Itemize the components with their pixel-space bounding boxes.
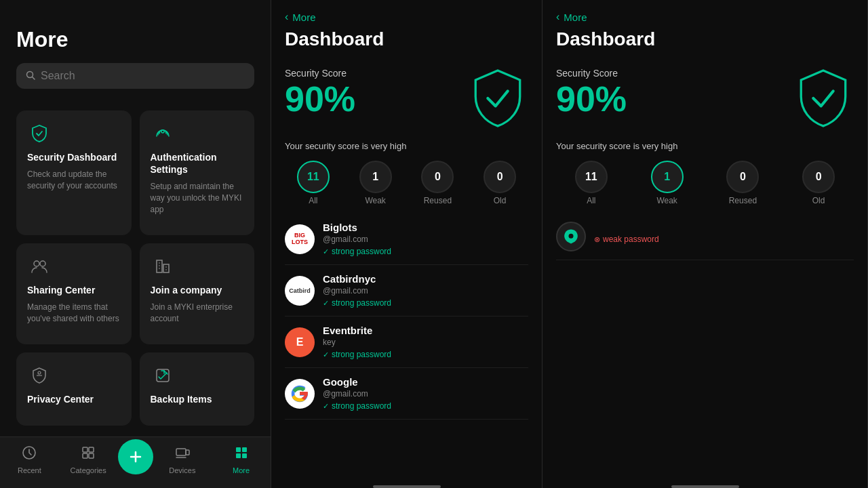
tab-old-2[interactable]: 0 Old [783, 161, 854, 205]
home-indicator-1 [373, 485, 441, 488]
avatar-myki [556, 222, 586, 251]
avatar-catbird: Catbird [285, 276, 315, 306]
sharing-center-title: Sharing Center [27, 284, 121, 296]
chevron-left-icon-2: ‹ [556, 11, 559, 23]
google-info: Google @gmail.com ✓ strong password [323, 376, 391, 411]
auth-settings-card[interactable]: Authentication Settings Setup and mainta… [140, 110, 255, 235]
biglots-status-text: strong password [332, 247, 391, 256]
nav-devices-label: Devices [169, 466, 195, 474]
tab-all-label-2: All [587, 196, 595, 205]
score-value-1: 90% [285, 81, 355, 117]
tab-all-circle-2: 11 [575, 161, 608, 193]
svg-rect-5 [157, 260, 162, 272]
score-value-2: 90% [556, 81, 627, 117]
privacy-center-title: Privacy Center [27, 393, 121, 405]
shield-check-icon [27, 121, 52, 146]
score-tagline-1: Your security score is very high [271, 136, 542, 161]
shield-score-icon-1 [467, 68, 528, 129]
score-label-2: Security Score [556, 68, 627, 79]
tab-old-label-1: Old [494, 196, 507, 205]
svg-point-3 [34, 261, 39, 266]
svg-rect-27 [236, 453, 241, 458]
nav-more[interactable]: More [212, 445, 271, 474]
tab-weak-circle-1: 1 [359, 161, 392, 193]
backup-items-card[interactable]: Backup Items [140, 352, 255, 426]
tab-reused-label-1: Reused [424, 196, 452, 205]
account-google[interactable]: Google @gmail.com ✓ strong password [285, 368, 528, 420]
tab-weak-circle-2: 1 [651, 161, 684, 193]
tab-reused-1[interactable]: 0 Reused [410, 161, 467, 205]
svg-point-29 [569, 234, 574, 239]
check-icon-google: ✓ [323, 402, 329, 411]
sharing-center-card[interactable]: Sharing Center Manage the items that you… [16, 243, 132, 344]
account-eventbrite[interactable]: E Eventbrite key ✓ strong password [285, 317, 528, 368]
dashboard-panel-2: ‹ More Dashboard Security Score 90% Your… [542, 0, 868, 488]
check-icon-biglots: ✓ [323, 247, 329, 256]
back-label-1: More [292, 12, 315, 23]
account-list-2: ⊗ weak password [542, 214, 867, 481]
tab-weak-label-2: Weak [656, 196, 677, 205]
svg-line-1 [33, 77, 35, 79]
privacy-shield-icon [27, 363, 52, 388]
eventbrite-status: ✓ strong password [323, 350, 391, 359]
backup-items-title: Backup Items [151, 393, 244, 405]
account-myki-weak[interactable]: ⊗ weak password [556, 214, 854, 260]
biglots-name: Biglots [323, 222, 391, 233]
shield-score-icon-2 [793, 68, 854, 129]
sharing-center-desc: Manage the items that you've shared with… [27, 302, 121, 325]
grid-icon [81, 445, 96, 464]
account-catbird[interactable]: Catbird Catbirdnyc @gmail.com ✓ strong p… [285, 265, 528, 317]
svg-rect-28 [242, 453, 247, 458]
tab-reused-circle-2: 0 [726, 161, 759, 193]
dashboard-title-2: Dashboard [542, 26, 867, 61]
clock-icon [22, 445, 37, 464]
nav-more-label: More [233, 466, 250, 474]
score-tabs-2: 11 All 1 Weak 0 Reused 0 Old [542, 161, 867, 205]
eventbrite-status-text: strong password [332, 350, 391, 359]
account-list-1: BIG LOTS Biglots @gmail.com ✓ strong pas… [271, 214, 542, 481]
nav-recent[interactable]: Recent [0, 445, 59, 474]
tab-weak-1[interactable]: 1 Weak [347, 161, 404, 205]
account-biglots[interactable]: BIG LOTS Biglots @gmail.com ✓ strong pas… [285, 214, 528, 265]
more-header: More [0, 0, 271, 100]
myki-weak-status-text: weak password [603, 235, 659, 244]
security-dashboard-title: Security Dashboard [27, 151, 121, 163]
svg-rect-22 [176, 449, 186, 455]
google-status: ✓ strong password [323, 401, 391, 411]
back-button-2[interactable]: ‹ More [542, 0, 867, 26]
eventbrite-info: Eventbrite key ✓ strong password [323, 325, 391, 359]
building-icon [151, 254, 175, 279]
fingerprint-icon [151, 121, 175, 146]
join-company-card[interactable]: Join a company Join a MYKI enterprise ac… [140, 243, 255, 344]
security-dashboard-desc: Check and update the security of your ac… [27, 169, 121, 192]
catbird-status-text: strong password [332, 298, 391, 308]
x-icon-myki: ⊗ [594, 235, 600, 244]
svg-rect-25 [236, 447, 241, 452]
tab-reused-2[interactable]: 0 Reused [708, 161, 778, 205]
security-score-section-1: Security Score 90% [271, 61, 542, 136]
check-icon-catbird: ✓ [323, 299, 329, 308]
tab-all-2[interactable]: 11 All [556, 161, 627, 205]
svg-rect-17 [89, 447, 94, 452]
nav-add-button[interactable] [118, 439, 153, 474]
eventbrite-email: key [323, 338, 391, 347]
search-icon [26, 70, 35, 82]
svg-rect-16 [83, 447, 87, 452]
biglots-status: ✓ strong password [323, 247, 391, 256]
home-indicator-2 [671, 485, 739, 488]
nav-categories[interactable]: Categories [59, 445, 118, 474]
tab-old-1[interactable]: 0 Old [471, 161, 528, 205]
avatar-google [285, 379, 315, 409]
tab-weak-2[interactable]: 1 Weak [632, 161, 703, 205]
devices-icon [175, 445, 190, 464]
check-icon-eventbrite: ✓ [323, 350, 329, 359]
back-button-1[interactable]: ‹ More [271, 0, 542, 26]
security-dashboard-card[interactable]: Security Dashboard Check and update the … [16, 110, 132, 235]
privacy-center-card[interactable]: Privacy Center [16, 352, 132, 426]
search-input[interactable] [41, 70, 245, 82]
back-label-2: More [564, 12, 587, 23]
search-bar[interactable] [16, 63, 254, 89]
nav-devices[interactable]: Devices [153, 445, 212, 474]
google-status-text: strong password [332, 401, 391, 411]
tab-all-1[interactable]: 11 All [285, 161, 342, 205]
